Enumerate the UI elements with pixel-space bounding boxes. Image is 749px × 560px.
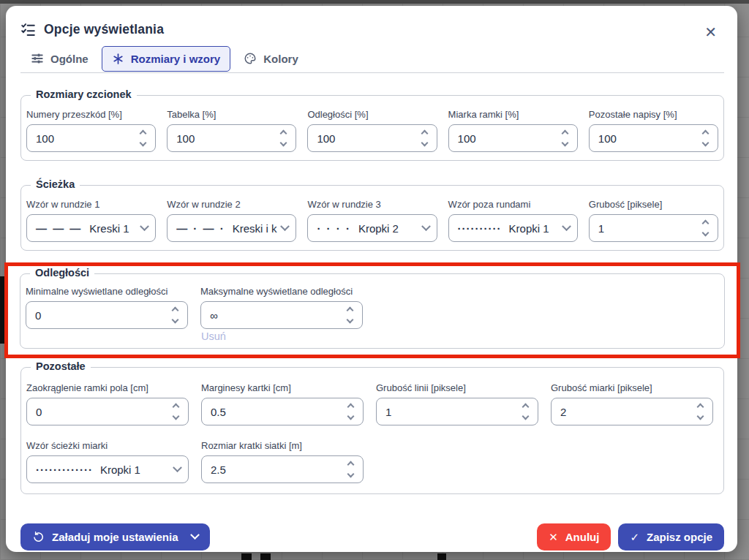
dense-dots-pattern-preview: ············· xyxy=(36,463,93,476)
tab-label: Rozmiary i wzory xyxy=(131,53,221,65)
field-frame-rounding-input[interactable]: 0 xyxy=(26,398,189,425)
chevron-up-icon[interactable] xyxy=(561,130,568,137)
chevron-up-icon[interactable] xyxy=(697,404,704,411)
chevron-down-icon[interactable] xyxy=(522,413,530,420)
field-label: Grubość [piksele] xyxy=(589,199,718,210)
obstacle-numbers-size-input[interactable]: 100 xyxy=(26,124,156,152)
chevron-up-icon[interactable] xyxy=(173,404,180,411)
field-label: Wzór poza rundami xyxy=(448,199,578,210)
chevron-up-icon[interactable] xyxy=(172,307,179,314)
check-icon: ✓ xyxy=(630,531,639,542)
spinner-buttons[interactable] xyxy=(136,131,148,145)
field-label: Minimalne wyświetlane odległości xyxy=(26,286,188,297)
background-top-strip xyxy=(0,0,749,4)
tab-label: Kolory xyxy=(263,53,298,65)
frame-ruler-size-input[interactable]: 100 xyxy=(448,124,578,152)
chevron-down-icon[interactable] xyxy=(347,317,354,324)
spinner-buttons[interactable] xyxy=(168,308,180,322)
round1-pattern-select[interactable]: — — — Kreski 1 xyxy=(26,214,156,242)
load-my-settings-button[interactable]: Załaduj moje ustawienia xyxy=(20,523,210,550)
spinner-buttons[interactable] xyxy=(344,404,355,419)
chevron-up-icon[interactable] xyxy=(347,404,355,411)
chevron-down-icon[interactable] xyxy=(280,140,287,147)
dense-dots-pattern-preview: ·········· xyxy=(458,222,502,235)
asterisk-icon xyxy=(112,53,124,65)
section-legend: Ścieżka xyxy=(31,178,80,190)
chevron-down-icon[interactable] xyxy=(347,471,355,478)
spinner-buttons[interactable] xyxy=(693,404,705,419)
chevron-down-icon[interactable] xyxy=(702,230,710,237)
chevron-down-icon[interactable] xyxy=(421,140,428,147)
chevron-down-icon[interactable] xyxy=(561,140,568,147)
chevron-down-icon[interactable] xyxy=(702,140,710,147)
chevron-down-icon[interactable] xyxy=(173,413,180,420)
table-size-input[interactable]: 100 xyxy=(167,124,296,152)
ruler-path-pattern-select[interactable]: ············· Kropki 1 xyxy=(26,455,189,483)
dash-dot-pattern-preview: — · — · xyxy=(176,222,225,235)
tab-bar: Ogólne Rozmiary i wzory Kolory xyxy=(20,45,724,72)
section-legend: Pozostałe xyxy=(31,360,91,372)
spinner-buttons[interactable] xyxy=(699,131,710,145)
chevron-up-icon[interactable] xyxy=(522,404,530,411)
field-label: Wzór ścieżki miarki xyxy=(26,440,189,451)
section-legend: Odległości xyxy=(30,267,94,279)
close-icon[interactable]: ✕ xyxy=(704,25,717,39)
field-label: Grubość miarki [piksele] xyxy=(551,382,713,393)
chevron-up-icon[interactable] xyxy=(347,307,354,314)
spinner-buttons[interactable] xyxy=(418,131,429,145)
chevron-up-icon[interactable] xyxy=(702,130,710,137)
tab-label: Ogólne xyxy=(50,53,89,65)
chevron-down-icon[interactable] xyxy=(190,530,200,540)
section-font-sizes: Rozmiary czcionek Numery przeszkód [%] 1… xyxy=(20,95,724,161)
max-displayed-distance-input[interactable]: ∞ xyxy=(200,301,363,329)
tab-colors[interactable]: Kolory xyxy=(233,45,309,72)
background-fragment xyxy=(437,553,446,560)
display-options-dialog: Opcje wyświetlania ✕ Ogólne Rozmiary i w… xyxy=(6,6,737,552)
field-label: Wzór w rundzie 3 xyxy=(307,199,437,210)
spinner-buttons[interactable] xyxy=(276,131,288,145)
dialog-title: Opcje wyświetlania xyxy=(44,22,164,37)
outside-rounds-pattern-select[interactable]: ·········· Kropki 1 xyxy=(448,214,578,242)
x-icon: ✕ xyxy=(549,531,558,542)
chevron-up-icon[interactable] xyxy=(140,130,147,137)
chevron-down-icon xyxy=(562,222,571,231)
round2-pattern-select[interactable]: — · — · Kreski i k xyxy=(167,214,296,242)
page-margins-input[interactable]: 0.5 xyxy=(201,398,364,425)
chevron-down-icon[interactable] xyxy=(140,140,147,147)
chevron-up-icon[interactable] xyxy=(347,461,355,469)
field-label: Wzór w rundzie 2 xyxy=(167,199,296,210)
background-fragment xyxy=(241,553,252,560)
ruler-thickness-input[interactable]: 2 xyxy=(551,398,713,425)
chevron-up-icon[interactable] xyxy=(702,220,710,227)
field-label: Pozostałe napisy [%] xyxy=(589,109,718,120)
min-displayed-distance-input[interactable]: 0 xyxy=(26,301,188,329)
grid-cell-size-input[interactable]: 2.5 xyxy=(201,455,364,483)
spinner-buttons[interactable] xyxy=(343,308,355,322)
distances-size-input[interactable]: 100 xyxy=(307,124,437,152)
field-label: Maksymalne wyświetlane odległości xyxy=(200,286,363,297)
section-distances: Odległości Minimalne wyświetlane odległo… xyxy=(20,273,725,349)
path-thickness-input[interactable]: 1 xyxy=(589,214,718,242)
field-label: Rozmiar kratki siatki [m] xyxy=(201,440,364,451)
save-options-button[interactable]: ✓ Zapisz opcje xyxy=(618,523,724,550)
field-label: Tabelka [%] xyxy=(167,109,296,120)
tab-sizes-and-patterns[interactable]: Rozmiary i wzory xyxy=(102,46,231,72)
chevron-down-icon[interactable] xyxy=(347,413,355,420)
chevron-up-icon[interactable] xyxy=(280,130,287,137)
spinner-buttons[interactable] xyxy=(558,131,570,145)
spinner-buttons[interactable] xyxy=(699,221,710,235)
section-other: Pozostałe Zaokrąglenie ramki pola [cm] 0… xyxy=(20,367,724,494)
remove-link[interactable]: Usuń xyxy=(201,330,719,342)
spinner-buttons[interactable] xyxy=(169,404,181,419)
round3-pattern-select[interactable]: · · · · Kropki 2 xyxy=(307,214,437,242)
cancel-button[interactable]: ✕ Anuluj xyxy=(537,523,611,550)
spinner-buttons[interactable] xyxy=(519,404,530,419)
chevron-up-icon[interactable] xyxy=(421,130,428,137)
field-label: Odległości [%] xyxy=(307,109,437,120)
line-thickness-input[interactable]: 1 xyxy=(376,398,538,425)
spinner-buttons[interactable] xyxy=(344,462,355,477)
other-labels-size-input[interactable]: 100 xyxy=(589,124,718,152)
chevron-down-icon[interactable] xyxy=(172,317,179,324)
chevron-down-icon[interactable] xyxy=(697,413,704,420)
tab-general[interactable]: Ogólne xyxy=(20,45,99,72)
